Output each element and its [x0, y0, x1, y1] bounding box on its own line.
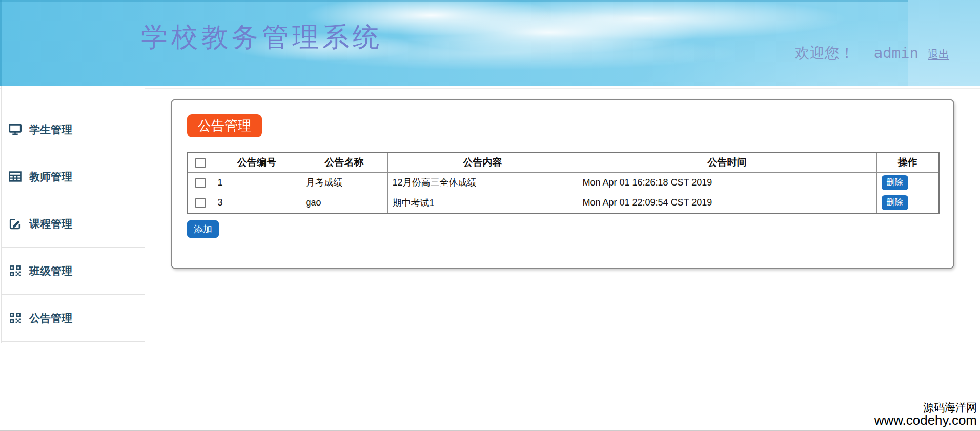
logout-link[interactable]: 退出: [928, 47, 949, 61]
col-header-actions: 操作: [876, 153, 939, 172]
edit-icon: [9, 217, 22, 230]
sidebar-item-teachers[interactable]: 教师管理: [2, 153, 145, 200]
sidebar-item-label: 课程管理: [29, 217, 72, 231]
cell-id: 1: [213, 172, 301, 193]
qrcode-icon: [9, 264, 22, 277]
sidebar-item-classes[interactable]: 班级管理: [2, 248, 145, 295]
table-row: 1 月考成绩 12月份高三全体成绩 Mon Apr 01 16:26:18 CS…: [188, 172, 939, 193]
welcome-text: 欢迎您！: [795, 43, 854, 64]
sidebar-item-label: 教师管理: [29, 170, 72, 184]
sidebar-item-label: 公告管理: [29, 311, 72, 325]
select-all-checkbox[interactable]: [195, 158, 206, 168]
qrcode-icon: [9, 312, 22, 324]
row-checkbox[interactable]: [195, 198, 206, 208]
app-header: 学校教务管理系统 欢迎您！ admin 退出: [0, 0, 980, 86]
watermark: 源码海洋网 www.codehy.com: [874, 401, 977, 428]
welcome-box: 欢迎您！ admin 退出: [795, 43, 949, 64]
sidebar-item-courses[interactable]: 课程管理: [2, 200, 145, 248]
sidebar-item-announcements[interactable]: 公告管理: [2, 295, 145, 342]
app-title: 学校教务管理系统: [141, 19, 383, 55]
watermark-site-name: 源码海洋网: [874, 401, 977, 413]
cell-content: 期中考试1: [387, 193, 578, 213]
cell-name: 月考成绩: [301, 172, 387, 193]
col-header-content: 公告内容: [387, 153, 578, 172]
cell-actions: 删除: [876, 172, 939, 193]
row-checkbox-cell: [188, 172, 213, 193]
cell-id: 3: [213, 193, 301, 213]
username: admin: [874, 44, 918, 61]
cell-content: 12月份高三全体成绩: [387, 172, 578, 193]
watermark-url: www.codehy.com: [874, 413, 977, 428]
sidebar-item-label: 班级管理: [29, 264, 72, 278]
sidebar: 学生管理 教师管理 课程管理: [1, 86, 145, 343]
content: 学生管理 教师管理 课程管理: [0, 86, 980, 343]
delete-button[interactable]: 删除: [882, 195, 908, 210]
col-header-time: 公告时间: [578, 153, 876, 172]
page: 学校教务管理系统 欢迎您！ admin 退出 学生管理: [0, 0, 980, 431]
col-header-name: 公告名称: [301, 153, 387, 172]
sidebar-item-students[interactable]: 学生管理: [2, 106, 145, 153]
main-area: 公告管理 公告编号 公告名称 公告内容: [145, 86, 980, 343]
cell-time: Mon Apr 01 22:09:54 CST 2019: [578, 193, 876, 213]
delete-button[interactable]: 删除: [882, 175, 908, 190]
cell-name: gao: [301, 193, 387, 213]
section-title-badge: 公告管理: [187, 114, 262, 137]
cell-actions: 删除: [876, 193, 939, 213]
col-header-id: 公告编号: [213, 153, 301, 172]
table-header-row: 公告编号 公告名称 公告内容 公告时间 操作: [188, 153, 939, 172]
sidebar-item-label: 学生管理: [29, 122, 72, 137]
cell-time: Mon Apr 01 16:26:18 CST 2019: [578, 172, 876, 193]
section-divider: [187, 141, 938, 141]
announcements-table: 公告编号 公告名称 公告内容 公告时间 操作 1: [187, 152, 940, 214]
announcement-panel: 公告管理 公告编号 公告名称 公告内容: [171, 99, 954, 269]
table-icon: [9, 170, 22, 183]
select-all-cell: [188, 153, 213, 172]
add-button[interactable]: 添加: [187, 220, 219, 238]
row-checkbox[interactable]: [195, 178, 206, 188]
row-checkbox-cell: [188, 193, 213, 213]
desktop-icon: [9, 123, 22, 136]
table-row: 3 gao 期中考试1 Mon Apr 01 22:09:54 CST 2019…: [188, 193, 939, 213]
